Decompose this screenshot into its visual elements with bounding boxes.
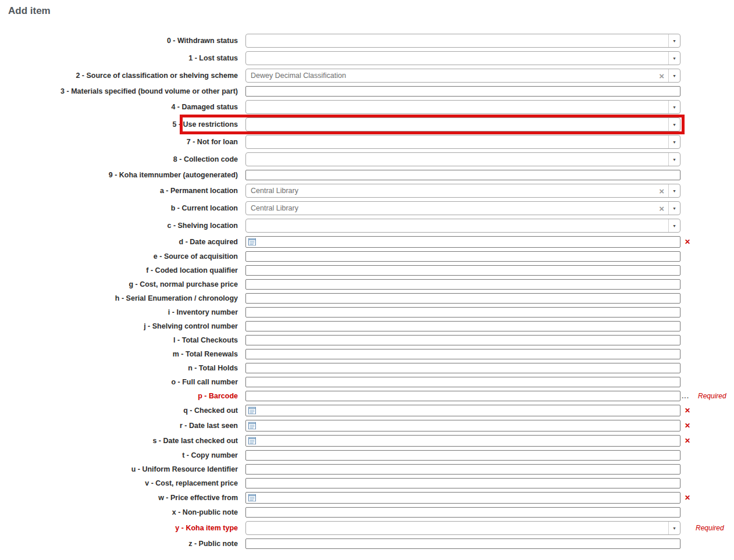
text-input[interactable] xyxy=(245,478,680,488)
clear-selection-icon[interactable]: × xyxy=(659,204,664,213)
form-row: 1 - Lost status▼ xyxy=(0,49,734,67)
text-input[interactable] xyxy=(245,279,680,290)
select-dropdown[interactable]: ▼ xyxy=(245,521,680,535)
field-label: x - Non-public note xyxy=(0,508,238,516)
text-input[interactable] xyxy=(245,464,680,475)
date-input[interactable] xyxy=(245,236,680,248)
date-input[interactable] xyxy=(245,492,680,504)
calendar-icon[interactable] xyxy=(248,422,256,430)
date-input[interactable] xyxy=(245,435,680,447)
text-input[interactable] xyxy=(245,86,680,97)
select-dropdown[interactable]: ▼ xyxy=(245,34,680,48)
text-input[interactable] xyxy=(245,450,680,461)
field-label: 3 - Materials specified (bound volume or… xyxy=(0,87,238,95)
text-input[interactable] xyxy=(245,349,680,359)
select-dropdown[interactable]: Central Library×▼ xyxy=(245,201,680,215)
form-row: 3 - Materials specified (bound volume or… xyxy=(0,84,734,98)
form-row: m - Total Renewals xyxy=(0,347,734,361)
text-input[interactable] xyxy=(245,170,680,180)
chevron-down-icon[interactable]: ▼ xyxy=(668,101,680,113)
field-control xyxy=(245,420,680,431)
form-row: h - Serial Enumeration / chronology xyxy=(0,291,734,305)
field-control xyxy=(245,450,680,461)
field-control xyxy=(245,377,680,387)
calendar-icon[interactable] xyxy=(248,238,256,246)
field-label: 7 - Not for loan xyxy=(0,138,238,146)
date-input[interactable] xyxy=(245,405,680,416)
clear-date-icon[interactable]: ✕ xyxy=(685,494,690,501)
select-dropdown[interactable]: Central Library×▼ xyxy=(245,184,680,198)
text-input[interactable] xyxy=(245,251,680,262)
required-note: Required xyxy=(698,392,726,400)
text-input[interactable] xyxy=(245,507,680,518)
clear-date-icon[interactable]: ✕ xyxy=(685,407,690,414)
calendar-icon[interactable] xyxy=(248,407,256,415)
field-label: v - Cost, replacement price xyxy=(0,479,238,487)
select-dropdown[interactable]: ▼ xyxy=(245,100,680,114)
text-input[interactable] xyxy=(245,377,680,387)
clear-selection-icon[interactable]: × xyxy=(659,72,664,80)
form-row: c - Shelving location▼ xyxy=(0,217,734,234)
chevron-down-icon[interactable]: ▼ xyxy=(668,69,680,82)
chevron-down-icon[interactable]: ▼ xyxy=(668,118,680,131)
field-control: ▼ xyxy=(245,34,680,48)
form-row: r - Date last seen✕ xyxy=(0,418,734,433)
field-control xyxy=(245,170,680,180)
text-input[interactable] xyxy=(245,335,680,345)
select-dropdown[interactable]: ▼ xyxy=(245,51,680,65)
chevron-down-icon[interactable]: ▼ xyxy=(668,522,680,534)
field-control: ▼ xyxy=(245,117,680,131)
field-control xyxy=(245,335,680,345)
field-control: Central Library×▼ xyxy=(245,201,680,215)
field-label: 0 - Withdrawn status xyxy=(0,37,238,45)
field-label: z - Public note xyxy=(0,540,238,548)
select-dropdown[interactable]: Dewey Decimal Classification×▼ xyxy=(245,69,680,83)
text-input[interactable] xyxy=(245,307,680,318)
form-row: 2 - Source of classification or shelving… xyxy=(0,67,734,84)
field-control xyxy=(245,279,680,290)
text-input[interactable] xyxy=(245,538,680,549)
select-dropdown[interactable]: ▼ xyxy=(245,219,680,233)
field-control xyxy=(245,538,680,549)
text-input[interactable] xyxy=(245,391,680,401)
select-dropdown[interactable]: ▼ xyxy=(245,117,680,131)
select-dropdown[interactable]: ▼ xyxy=(245,152,680,166)
chevron-down-icon[interactable]: ▼ xyxy=(668,135,680,148)
text-input[interactable] xyxy=(245,321,680,331)
field-control xyxy=(245,321,680,331)
field-control xyxy=(245,251,680,262)
form-row: p - Barcode...Required xyxy=(0,389,734,403)
chevron-down-icon[interactable]: ▼ xyxy=(668,52,680,65)
field-control: ▼ xyxy=(245,135,680,149)
chevron-down-icon[interactable]: ▼ xyxy=(668,153,680,166)
text-input[interactable] xyxy=(245,293,680,304)
text-input[interactable] xyxy=(245,265,680,276)
select-dropdown[interactable]: ▼ xyxy=(245,135,680,149)
chevron-down-icon[interactable]: ▼ xyxy=(668,219,680,232)
field-label: s - Date last checked out xyxy=(0,437,238,445)
required-note: Required xyxy=(696,524,724,532)
field-control xyxy=(245,478,680,488)
field-label: u - Uniform Resource Identifier xyxy=(0,465,238,473)
chevron-down-icon[interactable]: ▼ xyxy=(668,184,680,197)
chevron-down-icon[interactable]: ▼ xyxy=(668,202,680,215)
date-input[interactable] xyxy=(245,420,680,431)
form-row: 9 - Koha itemnumber (autogenerated) xyxy=(0,168,734,182)
field-label: r - Date last seen xyxy=(0,422,238,430)
calendar-icon[interactable] xyxy=(248,437,256,445)
field-label: 1 - Lost status xyxy=(0,54,238,62)
field-label: j - Shelving control number xyxy=(0,322,238,330)
form-row: g - Cost, normal purchase price xyxy=(0,277,734,291)
clear-date-icon[interactable]: ✕ xyxy=(685,422,690,429)
clear-date-icon[interactable]: ✕ xyxy=(685,238,690,245)
barcode-plugin-link[interactable]: ... xyxy=(682,392,689,400)
clear-date-icon[interactable]: ✕ xyxy=(685,437,690,444)
field-label: 5 - Use restrictions xyxy=(0,120,238,129)
field-control xyxy=(245,405,680,416)
field-annotations: ✕ xyxy=(680,437,690,444)
calendar-icon[interactable] xyxy=(248,494,256,502)
field-label: n - Total Holds xyxy=(0,364,238,372)
chevron-down-icon[interactable]: ▼ xyxy=(668,34,680,47)
clear-selection-icon[interactable]: × xyxy=(659,187,664,195)
text-input[interactable] xyxy=(245,363,680,373)
